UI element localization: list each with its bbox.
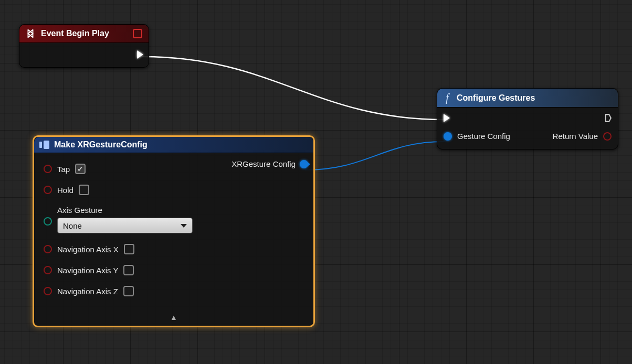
nav-y-input-pin[interactable] xyxy=(44,266,52,274)
event-begin-play-node[interactable]: Event Begin Play xyxy=(19,24,149,68)
struct-node-body: Tap ✓ Hold Axis Gesture None xyxy=(34,153,313,311)
expand-node-toggle[interactable]: ▲ xyxy=(34,311,313,326)
field-axis-gesture: Axis Gesture None xyxy=(44,206,303,233)
func-node-title: Configure Gestures xyxy=(457,93,535,103)
configure-gestures-node[interactable]: f Configure Gestures Gesture Config Retu… xyxy=(437,88,618,149)
event-node-body xyxy=(19,43,149,67)
tap-input-pin[interactable] xyxy=(44,165,52,173)
axis-gesture-label: Axis Gesture xyxy=(57,206,193,215)
field-nav-y: Navigation Axis Y xyxy=(44,265,303,275)
nav-y-label: Navigation Axis Y xyxy=(57,266,118,275)
event-delegate-pin[interactable] xyxy=(133,29,142,38)
hold-checkbox[interactable] xyxy=(79,185,89,195)
nav-y-checkbox[interactable] xyxy=(123,265,134,275)
event-node-title: Event Begin Play xyxy=(41,29,109,38)
return-value-output-pin[interactable] xyxy=(603,132,612,141)
nav-x-checkbox[interactable] xyxy=(124,244,134,254)
nav-z-label: Navigation Axis Z xyxy=(57,287,118,296)
axis-gesture-input-pin[interactable] xyxy=(44,217,52,226)
nav-x-label: Navigation Axis X xyxy=(57,245,119,254)
nav-x-input-pin[interactable] xyxy=(44,245,52,253)
struct-node-title: Make XRGestureConfig xyxy=(54,140,148,149)
event-icon xyxy=(25,28,36,39)
func-exec-out-pin[interactable] xyxy=(605,114,612,122)
func-node-header[interactable]: f Configure Gestures xyxy=(437,89,618,108)
axis-gesture-value: None xyxy=(63,221,82,230)
xrgesture-config-output-label: XRGesture Config xyxy=(231,159,296,168)
xrgesture-config-output-pin[interactable] xyxy=(300,160,308,168)
hold-label: Hold xyxy=(57,186,73,195)
struct-node-header[interactable]: Make XRGestureConfig xyxy=(34,137,313,153)
function-icon: f xyxy=(443,92,452,104)
field-nav-x: Navigation Axis X xyxy=(44,244,303,254)
event-exec-out-pin[interactable] xyxy=(137,50,143,59)
chevron-down-icon xyxy=(181,224,187,228)
nav-z-checkbox[interactable] xyxy=(123,286,134,296)
axis-gesture-dropdown[interactable]: None xyxy=(57,218,193,233)
tap-checkbox[interactable]: ✓ xyxy=(75,164,86,174)
field-hold: Hold xyxy=(44,185,303,195)
func-node-body: Gesture Config Return Value xyxy=(437,108,618,149)
hold-input-pin[interactable] xyxy=(44,186,52,194)
gesture-config-input-pin[interactable] xyxy=(444,132,452,141)
event-node-header[interactable]: Event Begin Play xyxy=(19,25,149,43)
make-xrgestureconfig-node[interactable]: Make XRGestureConfig Tap ✓ Hold Axis Ges… xyxy=(33,135,315,327)
field-nav-z: Navigation Axis Z xyxy=(44,286,303,296)
tap-label: Tap xyxy=(57,165,70,174)
gesture-config-input-label: Gesture Config xyxy=(457,132,510,141)
nav-z-input-pin[interactable] xyxy=(44,287,52,295)
return-value-label: Return Value xyxy=(553,132,598,141)
func-exec-in-pin[interactable] xyxy=(444,114,450,122)
struct-icon xyxy=(39,141,49,149)
